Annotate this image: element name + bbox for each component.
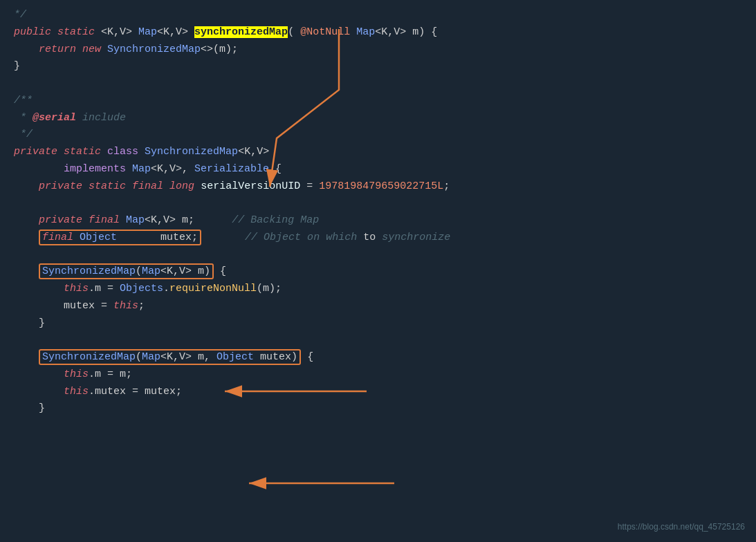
code-line-22: this.m = m; [14, 366, 742, 384]
code-line-1: */ [14, 7, 742, 24]
code-line-24: } [14, 400, 742, 418]
code-line-21: SynchronizedMap(Map<K,V> m, Object mutex… [14, 349, 742, 366]
code-line-20 [14, 332, 742, 349]
code-line-14: final Object mutex; // Object on which t… [14, 230, 742, 247]
code-line-7: * @serial include [14, 110, 742, 127]
code-line-5 [14, 75, 742, 93]
code-container: */ public static <K,V> Map<K,V> synchron… [0, 0, 756, 542]
code-line-2: public static <K,V> Map<K,V> synchronize… [14, 24, 742, 41]
code-line-17: this.m = Objects.requireNonNull(m); [14, 281, 742, 298]
code-line-3: return new SynchronizedMap<>(m); [14, 41, 742, 59]
code-line-15 [14, 247, 742, 264]
code-line-18: mutex = this; [14, 298, 742, 315]
code-line-6: /** [14, 93, 742, 110]
code-line-13: private final Map<K,V> m; // Backing Map [14, 212, 742, 230]
code-line-11: private static final long serialVersionU… [14, 178, 742, 196]
code-line-10: implements Map<K,V>, Serializable { [14, 161, 742, 178]
code-line-19: } [14, 315, 742, 333]
watermark: https://blog.csdn.net/qq_45725126 [618, 521, 745, 534]
code-line-4: } [14, 58, 742, 75]
code-line-12 [14, 195, 742, 212]
code-line-8: */ [14, 127, 742, 144]
code-line-16: SynchronizedMap(Map<K,V> m) { [14, 263, 742, 281]
code-line-23: this.mutex = mutex; [14, 384, 742, 401]
code-line-9: private static class SynchronizedMap<K,V… [14, 144, 742, 161]
